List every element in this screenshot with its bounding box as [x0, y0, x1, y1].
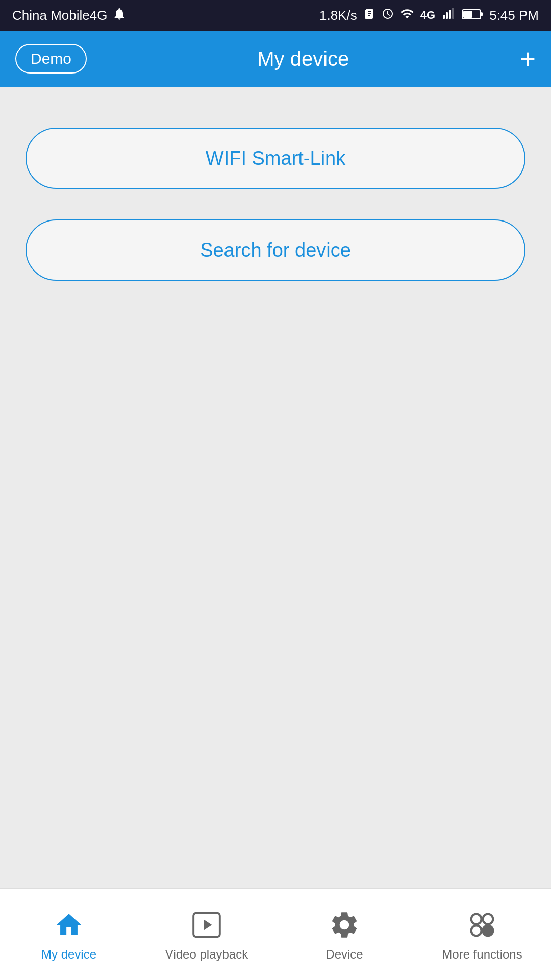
carrier-text: China Mobile4G — [12, 8, 107, 23]
wifi-icon — [400, 7, 414, 24]
home-icon — [52, 908, 86, 942]
nav-item-more-functions[interactable]: More functions — [413, 899, 551, 970]
demo-button[interactable]: Demo — [15, 44, 87, 74]
clock-icon — [382, 8, 394, 23]
main-content: WIFI Smart-Link Search for device — [0, 87, 551, 888]
notification-icon — [112, 7, 127, 24]
status-left: China Mobile4G — [12, 7, 127, 24]
svg-rect-5 — [481, 12, 483, 16]
nav-label-my-device: My device — [41, 947, 96, 962]
network-icon: 4G — [420, 9, 435, 22]
status-right: 1.8K/s 4G — [319, 7, 539, 24]
nav-item-video-playback[interactable]: Video playback — [138, 899, 276, 970]
page-title: My device — [257, 47, 349, 70]
signal-icon — [441, 8, 456, 23]
svg-rect-3 — [452, 8, 454, 19]
svg-marker-8 — [204, 919, 212, 930]
svg-rect-6 — [463, 11, 472, 18]
nav-label-device: Device — [325, 947, 363, 962]
gear-icon — [327, 908, 362, 942]
svg-rect-1 — [446, 12, 448, 19]
svg-point-9 — [471, 914, 482, 924]
svg-rect-2 — [449, 10, 451, 19]
nav-bar: Demo My device + — [0, 31, 551, 87]
nav-label-more-functions: More functions — [442, 947, 522, 962]
speed-text: 1.8K/s — [319, 8, 357, 23]
more-functions-icon — [465, 908, 499, 942]
time-text: 5:45 PM — [489, 8, 539, 23]
nav-item-device[interactable]: Device — [276, 899, 413, 970]
search-device-button[interactable]: Search for device — [26, 219, 525, 281]
nav-label-video-playback: Video playback — [165, 947, 248, 962]
status-bar: China Mobile4G 1.8K/s 4G — [0, 0, 551, 31]
svg-point-12 — [483, 925, 493, 936]
nav-item-my-device[interactable]: My device — [0, 899, 138, 970]
bottom-nav: My device Video playback Device — [0, 888, 551, 980]
svg-rect-0 — [443, 15, 445, 19]
battery-icon — [462, 8, 483, 23]
wifi-smart-link-button[interactable]: WIFI Smart-Link — [26, 128, 525, 189]
add-device-button[interactable]: + — [519, 45, 536, 72]
svg-point-10 — [483, 914, 493, 924]
sim-icon — [363, 8, 375, 23]
svg-point-11 — [471, 925, 482, 936]
video-playback-icon — [189, 908, 224, 942]
